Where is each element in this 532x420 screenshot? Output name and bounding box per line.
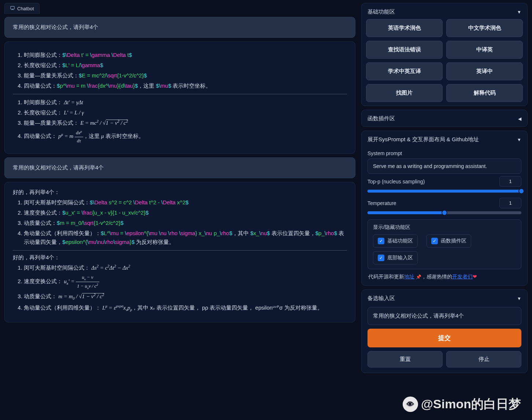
topp-value[interactable]: 1: [499, 176, 521, 187]
chevron-down-icon: ▼: [517, 296, 521, 301]
panel-alt-input: 备选输入区 ▼ 常用的狭义相对论公式，请再列举4个 提交 重置 停止: [361, 289, 528, 373]
panel-plugins: 函数插件区 ◀: [361, 110, 528, 127]
system-prompt-input[interactable]: Serve me as a writing and programming as…: [367, 158, 521, 174]
check-plugin-panel[interactable]: ✓ 函数插件区: [426, 234, 471, 248]
panel-sysprompt-header[interactable]: 展开SysPrompt & 交互界面布局 & Github地址 ▼: [366, 135, 523, 147]
chevron-left-icon: ◀: [518, 116, 521, 121]
checkbox-icon: ✓: [378, 238, 384, 244]
panel-alt-input-header[interactable]: 备选输入区 ▼: [366, 293, 523, 306]
checkbox-icon: ✓: [378, 255, 384, 261]
btn-find-image[interactable]: 找图片: [366, 84, 443, 102]
btn-find-grammar[interactable]: 查找语法错误: [366, 41, 443, 59]
alt-input-field[interactable]: 常用的狭义相对论公式，请再列举4个: [367, 307, 521, 325]
btn-chinese-polishing[interactable]: 中文学术润色: [446, 19, 523, 37]
system-prompt-label: System prompt: [367, 150, 521, 156]
check-basic-panel[interactable]: ✓ 基础功能区: [373, 234, 418, 248]
temperature-slider[interactable]: [367, 211, 521, 214]
svg-rect-0: [11, 6, 15, 9]
panel-basic-header[interactable]: 基础功能区 ▼: [366, 7, 523, 19]
stop-button[interactable]: 停止: [446, 351, 521, 368]
link-developers[interactable]: 开发者们: [452, 274, 473, 280]
show-hide-label: 显示/隐藏功能区: [373, 224, 516, 231]
checkbox-icon: ✓: [431, 238, 438, 244]
btn-cn-to-en[interactable]: 中译英: [446, 41, 523, 59]
panel-basic-functions: 基础功能区 ▼ 英语学术润色 中文学术润色 查找语法错误 中译英 学术中英互译 …: [361, 3, 528, 106]
link-repo-address[interactable]: 地址: [404, 274, 414, 280]
submit-button[interactable]: 提交: [367, 329, 521, 347]
chevron-down-icon: ▼: [517, 137, 521, 142]
check-bottom-input[interactable]: ✓ 底部输入区: [373, 251, 418, 264]
assistant-message-2: 好的，再列举4个： 闵可夫斯基时空间隔公式：$\Delta s^2 = c^2 …: [4, 182, 355, 322]
panel-plugins-header[interactable]: 函数插件区 ◀: [366, 114, 523, 123]
chat-icon: [10, 6, 15, 12]
assistant-message-1: 时间膨胀公式：$\Delta t' = \gamma \Delta t$ 长度收…: [4, 41, 355, 154]
tab-chatbot[interactable]: Chatbot: [4, 3, 40, 14]
topp-label: Top-p (nucleus sampling): [367, 179, 425, 185]
user-message-2: 常用的狭义相对论公式，请再列举4个: [4, 157, 355, 178]
btn-english-polishing[interactable]: 英语学术润色: [366, 19, 443, 37]
chevron-down-icon: ▼: [517, 10, 521, 15]
temperature-value[interactable]: 1: [499, 198, 521, 208]
btn-en-to-cn[interactable]: 英译中: [446, 62, 523, 80]
temperature-label: Temperature: [367, 200, 396, 206]
user-message-1: 常用的狭义相对论公式，请列举4个: [4, 17, 355, 38]
heart-icon: ❤: [473, 274, 477, 280]
panel-sysprompt: 展开SysPrompt & 交互界面布局 & Github地址 ▼ System…: [361, 131, 528, 286]
pin-icon: 📌: [416, 274, 421, 280]
topp-slider[interactable]: [367, 190, 521, 193]
btn-academic-cn-en[interactable]: 学术中英互译: [366, 62, 443, 80]
btn-explain-code[interactable]: 解释代码: [446, 84, 523, 102]
tab-label: Chatbot: [17, 6, 34, 11]
reset-button[interactable]: 重置: [367, 351, 443, 368]
